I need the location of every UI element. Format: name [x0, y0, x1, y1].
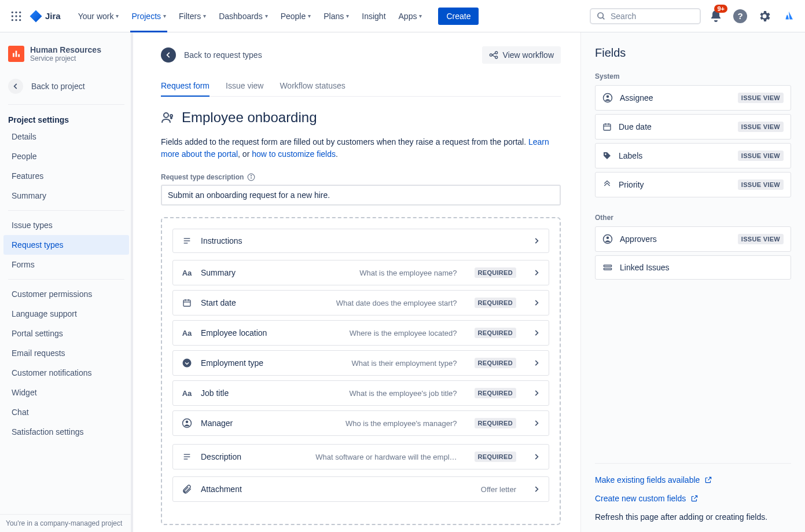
required-badge: REQUIRED: [475, 298, 516, 308]
field-panel-item-linked-issues[interactable]: Linked Issues: [595, 255, 791, 280]
help-icon[interactable]: ?: [731, 7, 749, 25]
sidebar-item-email-requests[interactable]: Email requests: [3, 343, 129, 363]
chevron-right-icon: [532, 419, 541, 427]
info-icon[interactable]: [247, 173, 255, 181]
field-row-summary[interactable]: AaSummaryWhat is the employee name?REQUI…: [172, 260, 549, 285]
center-panel: Back to request types View workflow Requ…: [133, 32, 580, 532]
sidebar-item-satisfaction-settings[interactable]: Satisfaction settings: [3, 422, 129, 442]
field-type-icon: [181, 418, 193, 428]
chevron-right-icon: [532, 359, 541, 367]
nav-item-your-work[interactable]: Your work▾: [72, 8, 125, 24]
sidebar-item-summary[interactable]: Summary: [3, 186, 129, 206]
field-name: Summary: [201, 268, 236, 277]
field-row-start-date[interactable]: Start dateWhat date does the employee st…: [172, 290, 549, 315]
nav-item-insight[interactable]: Insight: [356, 8, 391, 24]
jira-logo[interactable]: Jira: [29, 9, 61, 23]
back-to-request-types[interactable]: Back to request types: [161, 47, 262, 63]
nav-item-apps[interactable]: Apps▾: [393, 8, 428, 24]
field-panel-label: Linked Issues: [620, 263, 670, 272]
sidebar-item-people[interactable]: People: [3, 146, 129, 166]
sidebar-item-request-types[interactable]: Request types: [3, 235, 129, 255]
sidebar-item-portal-settings[interactable]: Portal settings: [3, 324, 129, 343]
chevron-right-icon: [532, 269, 541, 277]
chevron-right-icon: [532, 237, 541, 245]
field-panel-item-due-date[interactable]: Due dateISSUE VIEW: [595, 114, 791, 140]
field-panel-item-priority[interactable]: PriorityISSUE VIEW: [595, 172, 791, 197]
make-fields-available-link[interactable]: Make existing fields available: [595, 475, 791, 485]
refresh-hint: Refresh this page after adding or creati…: [595, 512, 791, 522]
field-panel-item-assignee[interactable]: AssigneeISSUE VIEW: [595, 85, 791, 111]
issue-view-badge: ISSUE VIEW: [738, 179, 784, 190]
tab-issue-view[interactable]: Issue view: [226, 81, 263, 96]
field-hint: What software or hardware will the empl…: [315, 453, 457, 461]
chevron-down-icon: ▾: [346, 13, 349, 19]
chevron-right-icon: [532, 453, 541, 461]
sidebar-item-details[interactable]: Details: [3, 127, 129, 146]
sidebar-item-issue-types[interactable]: Issue types: [3, 215, 129, 235]
back-arrow-icon: [8, 79, 23, 94]
field-type-icon: [181, 452, 193, 461]
nav-item-dashboards[interactable]: Dashboards▾: [213, 8, 274, 24]
system-section-label: System: [595, 72, 791, 80]
description-text: Fields added to the request form are fil…: [161, 136, 561, 160]
nav-item-projects[interactable]: Projects▾: [126, 8, 172, 24]
nav-item-plans[interactable]: Plans▾: [318, 8, 355, 24]
field-hint: What date does the employee start?: [336, 299, 457, 307]
sidebar-item-customer-permissions[interactable]: Customer permissions: [3, 284, 129, 304]
nav-item-filters[interactable]: Filters▾: [173, 8, 212, 24]
notifications-icon[interactable]: 9+: [707, 7, 725, 25]
issue-view-badge: ISSUE VIEW: [738, 151, 784, 161]
svg-point-41: [605, 153, 606, 155]
nav-item-people[interactable]: People▾: [275, 8, 317, 24]
fields-dropzone: InstructionsAaSummaryWhat is the employe…: [161, 217, 561, 525]
atlassian-icon[interactable]: [780, 7, 798, 25]
field-panel-item-labels[interactable]: LabelsISSUE VIEW: [595, 143, 791, 168]
request-type-desc-input[interactable]: [161, 185, 561, 206]
tabs: Request formIssue viewWorkflow statuses: [161, 81, 561, 97]
svg-rect-12: [16, 51, 17, 57]
sidebar-item-forms[interactable]: Forms: [3, 255, 129, 274]
app-switcher-icon[interactable]: [7, 7, 25, 25]
chevron-right-icon: [532, 299, 541, 307]
sidebar-item-language-support[interactable]: Language support: [3, 304, 129, 324]
field-panel-item-approvers[interactable]: ApproversISSUE VIEW: [595, 226, 791, 252]
field-type-icon: Aa: [181, 269, 193, 277]
view-workflow-button[interactable]: View workflow: [482, 46, 561, 64]
tab-request-form[interactable]: Request form: [161, 81, 209, 96]
required-badge: REQUIRED: [475, 452, 516, 462]
create-button[interactable]: Create: [438, 8, 479, 25]
issue-view-badge: ISSUE VIEW: [738, 234, 784, 244]
back-to-project[interactable]: Back to project: [0, 73, 133, 100]
field-row-description[interactable]: DescriptionWhat software or hardware wil…: [172, 444, 549, 469]
nav-items: Your work▾Projects▾Filters▾Dashboards▾Pe…: [72, 8, 428, 24]
page-title: Employee onboarding: [182, 109, 317, 126]
svg-rect-44: [604, 265, 611, 267]
sidebar-item-customer-notifications[interactable]: Customer notifications: [3, 363, 129, 383]
project-header[interactable]: Human Resources Service project: [0, 43, 133, 73]
create-custom-fields-link[interactable]: Create new custom fields: [595, 494, 791, 503]
field-type-icon: Aa: [181, 329, 193, 337]
field-row-instructions[interactable]: Instructions: [172, 229, 549, 253]
svg-point-2: [19, 11, 21, 13]
sidebar-item-features[interactable]: Features: [3, 166, 129, 186]
field-row-job-title[interactable]: AaJob titleWhat is the employee's job ti…: [172, 380, 549, 406]
field-type-icon: [181, 358, 193, 368]
svg-point-15: [495, 52, 497, 54]
project-name: Human Resources: [30, 45, 101, 54]
settings-icon[interactable]: [755, 7, 774, 25]
customize-fields-link[interactable]: how to customize fields: [252, 149, 336, 159]
chevron-right-icon: [532, 389, 541, 397]
field-row-attachment[interactable]: AttachmentOffer letter: [172, 476, 549, 502]
tab-workflow-statuses[interactable]: Workflow statuses: [280, 81, 345, 96]
svg-point-6: [12, 19, 13, 21]
search-input[interactable]: Search: [590, 8, 701, 24]
svg-rect-37: [604, 124, 611, 130]
sidebar-item-widget[interactable]: Widget: [3, 383, 129, 402]
chevron-right-icon: [532, 329, 541, 337]
issue-view-badge: ISSUE VIEW: [738, 122, 784, 132]
field-row-employment-type[interactable]: Employment typeWhat is their employment …: [172, 350, 549, 376]
svg-line-10: [602, 17, 604, 19]
field-row-manager[interactable]: ManagerWho is the employee's manager?REQ…: [172, 410, 549, 436]
field-row-employee-location[interactable]: AaEmployee locationWhere is the employee…: [172, 320, 549, 346]
sidebar-item-chat[interactable]: Chat: [3, 402, 129, 422]
